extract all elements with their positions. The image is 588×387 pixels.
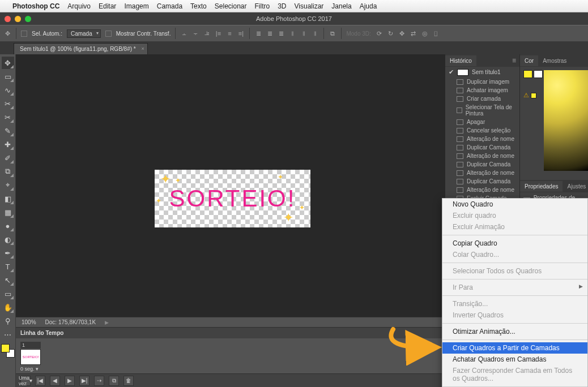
- brush-tool[interactable]: ✐: [2, 152, 14, 164]
- foreground-color-swatch[interactable]: [523, 70, 532, 78]
- type-tool[interactable]: T: [2, 260, 14, 273]
- doc-info-flyout-icon[interactable]: ▶: [105, 320, 109, 325]
- auto-select-checkbox[interactable]: [21, 31, 27, 37]
- menu-item[interactable]: Copiar Quadro: [442, 238, 587, 249]
- quick-select-tool[interactable]: ✂: [2, 97, 14, 110]
- align-bottom-icon[interactable]: ⫡: [203, 29, 211, 37]
- menu-imagem[interactable]: Imagem: [124, 2, 148, 10]
- history-step[interactable]: Duplicar imagem: [445, 78, 519, 86]
- shape-tool[interactable]: ▭: [2, 287, 14, 300]
- dist-left-icon[interactable]: ⦀: [288, 29, 296, 37]
- align-top-icon[interactable]: ⫠: [180, 29, 188, 37]
- menu-selecionar[interactable]: Selecionar: [215, 2, 247, 10]
- tween-button[interactable]: ⇢: [94, 376, 104, 386]
- history-step[interactable]: Alteração de nome: [445, 152, 519, 160]
- tab-swatches[interactable]: Amostras: [538, 55, 571, 66]
- lasso-tool[interactable]: ∿: [2, 84, 14, 96]
- menu-item[interactable]: Achatar Quadros em Camadas: [442, 354, 587, 365]
- menu-item[interactable]: Otimizar Animação...: [442, 326, 587, 337]
- dodge-tool[interactable]: ◐: [2, 233, 14, 246]
- window-maximize-button[interactable]: [25, 16, 31, 22]
- eyedropper-tool[interactable]: ✎: [2, 124, 14, 137]
- color-cube-picker[interactable]: [544, 70, 588, 171]
- crop-tool[interactable]: ✂: [2, 111, 14, 123]
- canvas-stage[interactable]: ✦ ✦ ✦ SORTEIO! ✦ ✦ ✦: [16, 54, 445, 317]
- document-canvas[interactable]: ✦ ✦ ✦ SORTEIO! ✦ ✦ ✦: [155, 170, 310, 227]
- eraser-tool[interactable]: ◧: [2, 192, 14, 205]
- play-button[interactable]: ▶: [65, 376, 75, 386]
- next-frame-button[interactable]: ▶|: [79, 376, 90, 386]
- panel-menu-icon[interactable]: ≡: [509, 57, 519, 64]
- marquee-tool[interactable]: ▭: [2, 70, 14, 83]
- align-vcenter-icon[interactable]: ⫟: [191, 29, 199, 37]
- menu-item[interactable]: Novo Quadro: [442, 199, 587, 210]
- path-select-tool[interactable]: ↖: [2, 274, 14, 286]
- menu-arquivo[interactable]: Arquivo: [67, 2, 91, 10]
- history-step[interactable]: Selecionar Tela de Pintura: [445, 103, 519, 118]
- history-step[interactable]: Alteração de nome: [445, 169, 519, 177]
- frame-delay[interactable]: 0 seg. ▾: [20, 366, 41, 372]
- history-step[interactable]: Alteração de nome: [445, 186, 519, 194]
- align-hcenter-icon[interactable]: ≡: [225, 29, 233, 37]
- close-document-icon[interactable]: ×: [141, 46, 144, 51]
- healing-tool[interactable]: ✚: [2, 138, 14, 150]
- tab-adjustments[interactable]: Ajustes: [563, 181, 588, 192]
- history-snapshot[interactable]: ✔ Sem título1: [445, 67, 519, 78]
- first-frame-button[interactable]: |◀: [35, 376, 45, 386]
- auto-align-icon[interactable]: ⧉: [329, 29, 336, 37]
- gamut-closest-swatch[interactable]: [531, 93, 536, 98]
- menu-texto[interactable]: Texto: [190, 2, 207, 10]
- menu-3d[interactable]: 3D: [278, 2, 286, 10]
- history-step[interactable]: Duplicar Camada: [445, 160, 519, 169]
- hand-tool[interactable]: ✋: [2, 301, 14, 313]
- background-color-swatch[interactable]: [534, 70, 543, 78]
- doc-info[interactable]: Doc: 175,8K/703,1K: [45, 319, 96, 325]
- app-menu[interactable]: Photoshop CC: [12, 2, 59, 10]
- clone-stamp-tool[interactable]: ⧉: [2, 165, 14, 178]
- history-step[interactable]: Criar camada: [445, 94, 519, 103]
- gradient-tool[interactable]: ▦: [2, 206, 14, 218]
- timeline-flyout-menu[interactable]: Novo QuadroExcluir quadroExcluir Animaçã…: [442, 198, 588, 387]
- pen-tool[interactable]: ✒: [2, 247, 14, 259]
- history-brush-source-icon[interactable]: ✔: [449, 68, 454, 76]
- prev-frame-button[interactable]: ◀: [50, 376, 60, 386]
- menu-ajuda[interactable]: Ajuda: [360, 2, 377, 10]
- gamut-warning-icon[interactable]: ⚠: [523, 92, 529, 99]
- foreground-swatch[interactable]: [1, 344, 10, 352]
- zoom-level[interactable]: 100%: [22, 319, 36, 325]
- history-step[interactable]: Achatar imagem: [445, 86, 519, 94]
- auto-select-dropdown[interactable]: Camada: [67, 29, 101, 38]
- tab-history[interactable]: Histórico: [445, 55, 476, 66]
- menu-visualizar[interactable]: Visualizar: [295, 2, 324, 10]
- history-brush-tool[interactable]: ⌖: [2, 179, 14, 191]
- menu-editar[interactable]: Editar: [99, 2, 116, 10]
- timeline-panel-tab[interactable]: Linha do Tempo: [16, 327, 445, 338]
- align-left-icon[interactable]: |≡: [214, 29, 222, 37]
- history-step[interactable]: Duplicar Camada: [445, 143, 519, 152]
- window-close-button[interactable]: [5, 16, 11, 22]
- move-tool[interactable]: ✥: [2, 57, 14, 69]
- history-step[interactable]: Cancelar seleção: [445, 126, 519, 135]
- zoom-tool[interactable]: ⚲: [2, 315, 14, 327]
- blur-tool[interactable]: ●: [2, 220, 14, 232]
- timeline-loop-dropdown[interactable]: Uma vez ▾: [20, 376, 31, 386]
- document-tab[interactable]: Sem título1 @ 100% (figura11.png, RGB/8#…: [14, 43, 148, 54]
- menu-item[interactable]: Criar Quadros a Partir de Camadas: [442, 342, 587, 354]
- tab-properties[interactable]: Propriedades: [520, 181, 563, 192]
- dist-bottom-icon[interactable]: ≣: [277, 29, 285, 37]
- history-step[interactable]: Duplicar Camada: [445, 177, 519, 186]
- history-step[interactable]: Apagar: [445, 118, 519, 126]
- align-right-icon[interactable]: ≡|: [237, 29, 245, 37]
- tab-color[interactable]: Cor: [520, 55, 538, 66]
- dist-right-icon[interactable]: ⦀: [311, 29, 319, 37]
- dist-top-icon[interactable]: ≣: [254, 29, 262, 37]
- show-transform-checkbox[interactable]: [105, 31, 112, 37]
- menu-camada[interactable]: Camada: [157, 2, 182, 10]
- dist-vcenter-icon[interactable]: ≣: [266, 29, 274, 37]
- delete-frame-button[interactable]: 🗑: [123, 376, 134, 386]
- duplicate-frame-button[interactable]: ⧉: [109, 376, 119, 386]
- menu-janela[interactable]: Janela: [331, 2, 351, 10]
- fg-bg-swatches[interactable]: [1, 344, 15, 358]
- history-step[interactable]: Alteração de nome: [445, 135, 519, 143]
- edit-toolbar[interactable]: ⋯: [2, 328, 14, 341]
